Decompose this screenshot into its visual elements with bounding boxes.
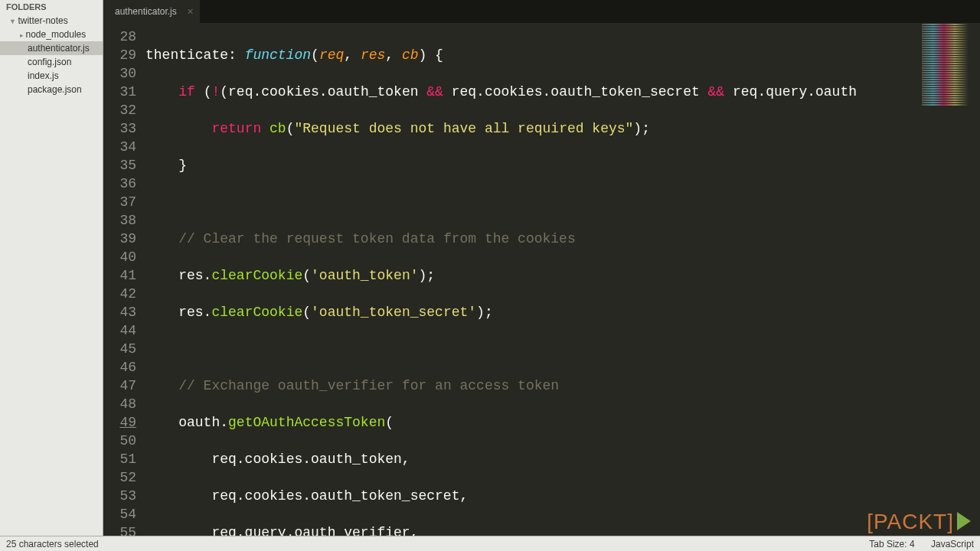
code-line: oauth.getOAuthAccessToken( bbox=[145, 413, 980, 432]
line-number: 28 bbox=[103, 28, 136, 46]
line-number: 49 bbox=[103, 413, 136, 432]
code-line: res.clearCookie('oauth_token_secret'); bbox=[145, 303, 980, 321]
line-number: 37 bbox=[103, 193, 136, 211]
sidebar: FOLDERS twitter-notes node_modules authe… bbox=[0, 0, 103, 536]
code-line: thenticate: function(req, res, cb) { bbox=[145, 46, 980, 64]
code-line: return cb("Request does not have all req… bbox=[145, 119, 980, 138]
line-number: 51 bbox=[103, 450, 136, 468]
code-editor[interactable]: thenticate: function(req, res, cb) { if … bbox=[145, 23, 980, 536]
play-icon bbox=[957, 512, 971, 530]
line-number: 48 bbox=[103, 395, 136, 413]
tab-authenticator[interactable]: authenticator.js × bbox=[103, 0, 200, 23]
line-number: 40 bbox=[103, 248, 136, 266]
file-config[interactable]: config.json bbox=[0, 55, 103, 69]
line-number: 53 bbox=[103, 487, 136, 505]
code-line bbox=[145, 340, 980, 358]
watermark-logo: [PACKT] bbox=[867, 510, 971, 534]
tab-bar: authenticator.js × bbox=[103, 0, 980, 23]
line-number: 46 bbox=[103, 358, 136, 377]
code-line: } bbox=[145, 156, 980, 174]
status-bar: 25 characters selected Tab Size: 4 JavaS… bbox=[0, 536, 980, 551]
status-tabsize[interactable]: Tab Size: 4 bbox=[869, 539, 914, 549]
code-line: req.query.oauth_verifier, bbox=[145, 523, 980, 536]
line-number: 38 bbox=[103, 211, 136, 230]
sidebar-header: FOLDERS bbox=[0, 0, 103, 14]
code-line: res.clearCookie('oauth_token'); bbox=[145, 266, 980, 285]
line-number: 39 bbox=[103, 230, 136, 248]
folder-node-modules[interactable]: node_modules bbox=[0, 28, 103, 41]
line-number: 36 bbox=[103, 174, 136, 193]
line-number: 45 bbox=[103, 340, 136, 358]
code-line bbox=[145, 193, 980, 211]
status-syntax[interactable]: JavaScript bbox=[931, 539, 974, 549]
code-line: req.cookies.oauth_token, bbox=[145, 450, 980, 468]
close-icon[interactable]: × bbox=[188, 0, 194, 23]
tab-label: authenticator.js bbox=[115, 6, 177, 17]
minimap[interactable] bbox=[919, 23, 980, 176]
line-number: 31 bbox=[103, 83, 136, 101]
file-package[interactable]: package.json bbox=[0, 83, 103, 96]
line-number: 47 bbox=[103, 377, 136, 395]
line-number: 35 bbox=[103, 156, 136, 174]
line-number: 30 bbox=[103, 64, 136, 83]
code-line: // Clear the request token data from the… bbox=[145, 230, 980, 248]
file-authenticator[interactable]: authenticator.js bbox=[0, 41, 103, 55]
file-index[interactable]: index.js bbox=[0, 69, 103, 83]
folder-root[interactable]: twitter-notes bbox=[0, 14, 103, 28]
line-number: 33 bbox=[103, 119, 136, 138]
line-number: 54 bbox=[103, 505, 136, 523]
code-line: // Exchange oauth_verifier for an access… bbox=[145, 377, 980, 395]
line-number: 29 bbox=[103, 46, 136, 64]
status-selection: 25 characters selected bbox=[6, 536, 99, 551]
line-number: 41 bbox=[103, 266, 136, 285]
line-number: 43 bbox=[103, 303, 136, 321]
code-line: if (!(req.cookies.oauth_token && req.coo… bbox=[145, 83, 980, 101]
line-number: 52 bbox=[103, 468, 136, 487]
code-line: req.cookies.oauth_token_secret, bbox=[145, 487, 980, 505]
line-number: 44 bbox=[103, 321, 136, 340]
line-number: 50 bbox=[103, 432, 136, 450]
line-number: 42 bbox=[103, 285, 136, 303]
line-number: 32 bbox=[103, 101, 136, 119]
line-number: 34 bbox=[103, 138, 136, 156]
line-number-gutter: 2829303132333435363738394041424344454647… bbox=[103, 23, 145, 536]
